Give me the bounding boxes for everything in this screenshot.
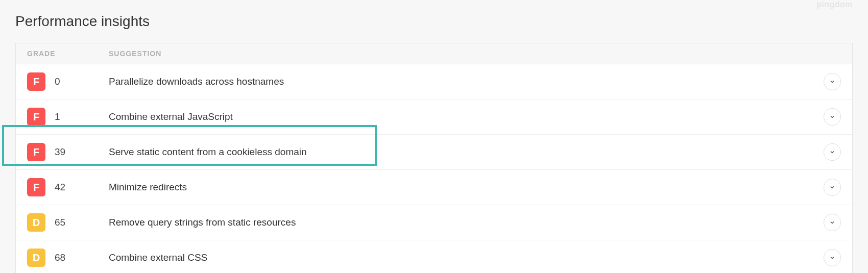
expand-button[interactable] bbox=[824, 214, 841, 231]
suggestion-text: Combine external JavaScript bbox=[109, 111, 824, 122]
grade-badge: F bbox=[27, 143, 45, 161]
chevron-down-icon bbox=[829, 114, 835, 120]
grade-badge: F bbox=[27, 108, 45, 126]
expand-button[interactable] bbox=[824, 73, 841, 90]
grade-cell: F 42 bbox=[27, 178, 109, 196]
grade-cell: F 1 bbox=[27, 108, 109, 126]
table-row[interactable]: D 65 Remove query strings from static re… bbox=[16, 205, 852, 240]
grade-cell: D 65 bbox=[27, 213, 109, 232]
chevron-down-icon bbox=[829, 149, 835, 155]
grade-score: 68 bbox=[55, 252, 65, 263]
header-grade: GRADE bbox=[27, 49, 109, 58]
grade-cell: F 0 bbox=[27, 72, 109, 91]
grade-score: 0 bbox=[55, 76, 60, 87]
suggestion-text: Combine external CSS bbox=[109, 252, 824, 263]
expand-button[interactable] bbox=[824, 179, 841, 196]
insights-table: GRADE SUGGESTION F 0 Parallelize downloa… bbox=[15, 43, 853, 273]
grade-badge: D bbox=[27, 249, 45, 267]
suggestion-text: Minimize redirects bbox=[109, 182, 824, 193]
header-suggestion: SUGGESTION bbox=[109, 49, 841, 58]
suggestion-text: Parallelize downloads across hostnames bbox=[109, 76, 824, 87]
grade-badge: D bbox=[27, 213, 45, 232]
table-row[interactable]: F 39 Serve static content from a cookiel… bbox=[16, 134, 852, 169]
suggestion-text: Serve static content from a cookieless d… bbox=[109, 146, 824, 158]
chevron-down-icon bbox=[829, 184, 835, 190]
table-header: GRADE SUGGESTION bbox=[16, 43, 852, 64]
watermark-text: pingdom bbox=[816, 0, 853, 9]
table-row[interactable]: F 42 Minimize redirects bbox=[16, 169, 852, 205]
chevron-down-icon bbox=[829, 255, 835, 261]
chevron-down-icon bbox=[829, 219, 835, 226]
grade-score: 1 bbox=[55, 111, 60, 122]
expand-button[interactable] bbox=[824, 108, 841, 126]
table-row[interactable]: D 68 Combine external CSS bbox=[16, 240, 852, 273]
grade-cell: F 39 bbox=[27, 143, 109, 161]
suggestion-text: Remove query strings from static resourc… bbox=[109, 217, 824, 228]
grade-badge: F bbox=[27, 72, 45, 91]
grade-badge: F bbox=[27, 178, 45, 196]
table-row[interactable]: F 1 Combine external JavaScript bbox=[16, 99, 852, 134]
expand-button[interactable] bbox=[824, 143, 841, 161]
page-title: Performance insights bbox=[15, 13, 853, 30]
chevron-down-icon bbox=[829, 79, 835, 85]
grade-score: 42 bbox=[55, 182, 65, 193]
table-row[interactable]: F 0 Parallelize downloads across hostnam… bbox=[16, 64, 852, 99]
grade-score: 39 bbox=[55, 146, 65, 158]
grade-score: 65 bbox=[55, 217, 65, 228]
grade-cell: D 68 bbox=[27, 249, 109, 267]
expand-button[interactable] bbox=[824, 249, 841, 266]
